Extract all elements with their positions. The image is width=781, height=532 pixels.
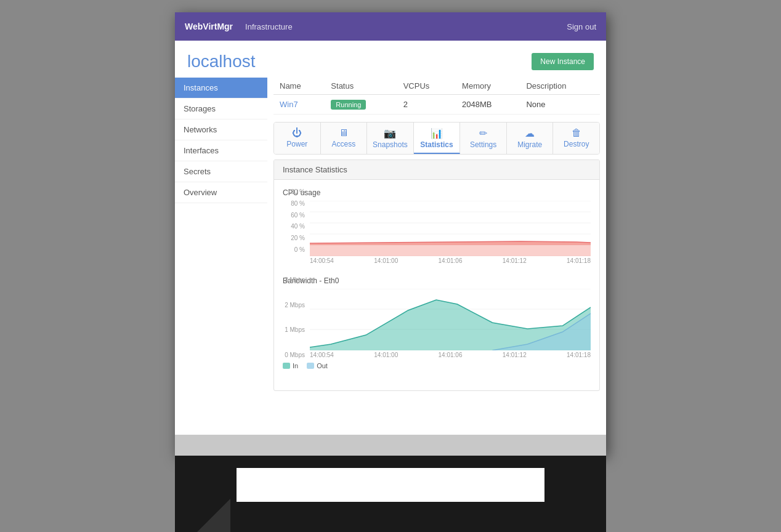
navbar-brand: WebVirtMgr — [185, 22, 233, 31]
legend-in-box — [283, 363, 290, 369]
sidebar-item-storages[interactable]: Storages — [175, 99, 267, 119]
sidebar-item-secrets[interactable]: Secrets — [175, 161, 267, 182]
navbar-infrastructure-link[interactable]: Infrastructure — [245, 22, 293, 31]
sidebar-item-interfaces[interactable]: Interfaces — [175, 140, 267, 161]
tab-snapshots[interactable]: 📷 Snapshots — [367, 123, 414, 154]
legend-out-label: Out — [317, 362, 328, 369]
corner-triangle — [175, 499, 230, 532]
tab-access[interactable]: 🖥 Access — [321, 123, 368, 154]
col-memory: Memory — [456, 78, 520, 95]
cpu-x-labels: 14:00:54 14:01:00 14:01:06 14:01:12 14:0… — [310, 257, 591, 264]
bottom-dark-area — [175, 456, 606, 532]
statistics-panel: Instance Statistics CPU usage 100 % 80 % — [273, 159, 600, 391]
tab-destroy[interactable]: 🗑 Destroy — [553, 123, 599, 154]
new-instance-button[interactable]: New Instance — [532, 53, 594, 70]
sidebar: Instances Storages Networks Interfaces S… — [175, 78, 267, 391]
tab-migrate[interactable]: ☁ Migrate — [507, 123, 554, 154]
instance-status: Running — [325, 95, 397, 115]
legend-in-label: In — [293, 362, 298, 369]
bottom-white-block — [237, 468, 544, 502]
tab-power[interactable]: ⏻ Power — [274, 123, 321, 154]
instance-vcpus: 2 — [397, 95, 456, 115]
power-icon: ⏻ — [292, 127, 302, 139]
page-header: localhost New Instance — [175, 41, 606, 78]
main-panel: Name Status VCPUs Memory Description Win… — [267, 78, 606, 391]
snapshots-icon: 📷 — [384, 127, 396, 139]
bandwidth-chart-area — [310, 289, 591, 350]
cpu-chart-title: CPU usage — [283, 188, 591, 197]
legend-out: Out — [307, 362, 328, 369]
legend-in: In — [283, 362, 298, 369]
tab-power-label: Power — [286, 140, 307, 148]
status-badge: Running — [331, 100, 366, 110]
tab-settings-label: Settings — [470, 140, 496, 149]
action-tabs: ⏻ Power 🖥 Access 📷 Snapshots 📊 — [273, 122, 600, 155]
bandwidth-chart-title: Bandwidth - Eth0 — [283, 276, 591, 285]
tab-settings[interactable]: ✏ Settings — [460, 123, 507, 154]
bandwidth-x-labels: 14:00:54 14:01:00 14:01:06 14:01:12 14:0… — [310, 352, 591, 358]
tab-statistics[interactable]: 📊 Statistics — [414, 123, 461, 154]
cpu-chart-svg — [310, 201, 591, 256]
statistics-body: CPU usage 100 % 80 % 60 % 40 % 20 % 0 % — [274, 180, 599, 390]
migrate-icon: ☁ — [525, 127, 535, 139]
cpu-chart-area — [310, 201, 591, 256]
tab-destroy-label: Destroy — [564, 140, 589, 148]
instances-table: Name Status VCPUs Memory Description Win… — [273, 78, 600, 115]
col-vcpus: VCPUs — [397, 78, 456, 95]
signout-button[interactable]: Sign out — [567, 22, 596, 31]
statistics-icon: 📊 — [431, 127, 443, 139]
instance-description: None — [520, 95, 600, 115]
instance-name[interactable]: Win7 — [273, 95, 325, 115]
table-row: Win7 Running 2 2048MB None — [273, 95, 600, 115]
tab-snapshots-label: Snapshots — [373, 140, 408, 149]
bandwidth-chart-svg — [310, 289, 591, 350]
tab-access-label: Access — [332, 140, 356, 148]
access-icon: 🖥 — [339, 127, 349, 139]
cpu-y-labels: 100 % 80 % 60 % 40 % 20 % 0 % — [283, 188, 307, 253]
cpu-chart: CPU usage 100 % 80 % 60 % 40 % 20 % 0 % — [283, 188, 591, 264]
sidebar-item-networks[interactable]: Networks — [175, 119, 267, 140]
bandwidth-chart: Bandwidth - Eth0 3 Mbps 2 Mbps 1 Mbps 0 … — [283, 276, 591, 369]
page-title: localhost — [187, 52, 256, 71]
tab-migrate-label: Migrate — [517, 140, 542, 149]
settings-icon: ✏ — [479, 127, 487, 139]
instance-memory: 2048MB — [456, 95, 520, 115]
statistics-tab-label: Instance Statistics — [283, 165, 347, 174]
col-description: Description — [520, 78, 600, 95]
tab-statistics-label: Statistics — [420, 140, 453, 149]
sidebar-item-instances[interactable]: Instances — [175, 78, 267, 99]
bandwidth-legend: In Out — [283, 362, 591, 369]
statistics-header[interactable]: Instance Statistics — [274, 160, 599, 180]
destroy-icon: 🗑 — [572, 127, 581, 139]
legend-out-box — [307, 363, 314, 369]
col-name: Name — [273, 78, 325, 95]
sidebar-item-overview[interactable]: Overview — [175, 182, 267, 203]
navbar: WebVirtMgr Infrastructure Sign out — [175, 12, 606, 41]
bandwidth-y-labels: 3 Mbps 2 Mbps 1 Mbps 0 Mbps — [283, 276, 307, 358]
col-status: Status — [325, 78, 397, 95]
svg-marker-7 — [310, 241, 591, 256]
